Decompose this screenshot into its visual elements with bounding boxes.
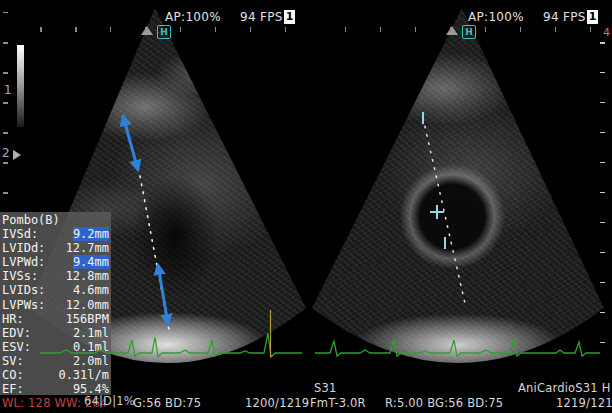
- measurement-row-lvidd[interactable]: LVIDd:12.7mm: [2, 241, 109, 255]
- measurement-row-lvpwd[interactable]: LVPWd:9.4mm: [2, 255, 109, 269]
- measurement-value: 9.4mm: [73, 255, 109, 269]
- right-params-readout: R:5.00 BG:56 BD:75: [385, 396, 503, 410]
- left-gain-readout: G:56 BD:75: [133, 396, 201, 410]
- measurement-row-lvpws[interactable]: LVPWs:12.0mm: [2, 298, 109, 312]
- ultrasound-screen: AP:100% 94 FPS 1 H AP:100% 94 FPS 1 H 4 …: [0, 0, 612, 413]
- left-frame-counter: 1200/1219: [245, 396, 309, 410]
- measurement-value: 2.0ml: [73, 354, 109, 368]
- measurement-value: 9.2mm: [73, 227, 109, 241]
- right-depth-scale: [600, 42, 605, 372]
- measurement-title: Pombo(B): [2, 213, 109, 227]
- measurement-value: 12.0mm: [66, 298, 109, 312]
- right-ultrasound-image[interactable]: [312, 8, 604, 374]
- app-title: AniCardioS31 H: [518, 381, 611, 395]
- measurement-row-co[interactable]: CO:0.31l/m: [2, 368, 109, 382]
- left-image-index-badge: 1: [284, 10, 295, 24]
- measurement-value: 4.6mm: [73, 283, 109, 297]
- right-frame-rate: 94 FPS: [543, 10, 586, 24]
- left-frame-rate: 94 FPS: [240, 10, 283, 24]
- focus-arrow-icon: [13, 150, 21, 160]
- measurement-panel: Pombo(B) IVSd:9.2mm LVIDd:12.7mm LVPWd:9…: [0, 212, 111, 395]
- right-frame-counter: 1219/1219: [556, 396, 612, 410]
- left-depth-scale: [3, 12, 8, 212]
- probe-frequency: FmT-3.0R: [310, 396, 366, 410]
- measurement-row-edv[interactable]: EDV:2.1ml: [2, 326, 109, 340]
- overlapped-text-fragment: 64|D|1%: [84, 394, 135, 408]
- measurement-value: 156BPM: [66, 312, 109, 326]
- depth-label-1: 1: [4, 83, 12, 97]
- measurement-row-sv[interactable]: SV:2.0ml: [2, 354, 109, 368]
- probe-model: S31: [314, 381, 337, 395]
- measurement-value: 12.7mm: [66, 241, 109, 255]
- measurement-value: 12.8mm: [66, 269, 109, 283]
- measurement-value: 2.1ml: [73, 326, 109, 340]
- right-width-scale: [345, 27, 600, 32]
- corner-marker: 4: [603, 26, 610, 39]
- measurement-row-esv[interactable]: ESV:0.1ml: [2, 340, 109, 354]
- measurement-row-lvids[interactable]: LVIDs:4.6mm: [2, 283, 109, 297]
- right-image-index-badge: 1: [587, 10, 598, 24]
- depth-label-2: 2: [2, 146, 10, 160]
- measurement-value: 0.31l/m: [58, 368, 109, 382]
- grayscale-bar: [17, 45, 24, 127]
- measurement-value: 0.1ml: [73, 340, 109, 354]
- right-acoustic-power: AP:100%: [468, 10, 524, 24]
- left-acoustic-power: AP:100%: [165, 10, 221, 24]
- measurement-row-hr[interactable]: HR:156BPM: [2, 312, 109, 326]
- measurement-row-ivss[interactable]: IVSs:12.8mm: [2, 269, 109, 283]
- left-width-scale: [40, 27, 300, 32]
- measurement-row-ivsd[interactable]: IVSd:9.2mm: [2, 227, 109, 241]
